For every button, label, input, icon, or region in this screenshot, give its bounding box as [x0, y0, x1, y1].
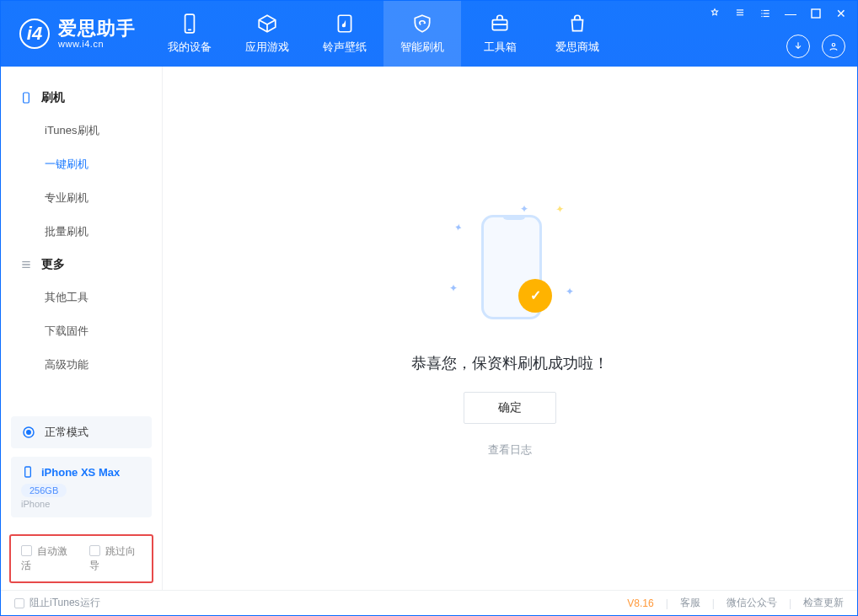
group-title: 刷机 — [41, 90, 65, 105]
checkbox-icon — [21, 545, 32, 556]
checkbox-icon — [14, 598, 24, 608]
sidebar: 刷机 iTunes刷机 一键刷机 专业刷机 批量刷机 更多 其他工具 下载固件 … — [1, 67, 163, 590]
user-icon[interactable] — [822, 35, 845, 58]
tab-apps-games[interactable]: 应用游戏 — [228, 1, 306, 67]
tab-label: 我的设备 — [168, 40, 212, 55]
menu-icon[interactable] — [731, 4, 749, 23]
checkbox-block-itunes[interactable]: 阻止iTunes运行 — [14, 596, 100, 610]
checkbox-skip-guide[interactable]: 跳过向导 — [89, 544, 142, 573]
sparkle-icon: ✦ — [520, 203, 528, 215]
theme-icon[interactable] — [705, 4, 724, 23]
svg-rect-10 — [764, 13, 770, 13]
view-log-link[interactable]: 查看日志 — [488, 442, 532, 458]
minimize-button[interactable]: — — [781, 4, 800, 23]
sidebar-item-download-firmware[interactable]: 下载固件 — [1, 314, 162, 348]
maximize-button[interactable] — [807, 4, 825, 23]
sidebar-item-pro-flash[interactable]: 专业刷机 — [1, 181, 162, 215]
checkbox-icon — [89, 545, 100, 556]
note-file-icon — [334, 13, 356, 35]
version-label: V8.16 — [627, 597, 653, 609]
tab-my-device[interactable]: 我的设备 — [151, 1, 228, 67]
sparkle-icon: ✦ — [449, 282, 458, 294]
app-title: 爱思助手 — [58, 19, 136, 39]
tab-toolbox[interactable]: 工具箱 — [461, 1, 539, 67]
svg-rect-7 — [761, 10, 762, 11]
list-icon[interactable] — [756, 4, 775, 23]
success-illustration: ✦ ✦ ✦ ✦ ✦ ✓ — [442, 200, 577, 335]
sidebar-item-advanced[interactable]: 高级功能 — [1, 348, 162, 382]
footer-link-update[interactable]: 检查更新 — [803, 596, 844, 610]
sidebar-item-other-tools[interactable]: 其他工具 — [1, 281, 162, 314]
tab-label: 智能刷机 — [400, 40, 444, 55]
tab-store[interactable]: 爱思商城 — [539, 1, 616, 67]
bag-icon — [566, 13, 588, 35]
phone-outline-icon — [19, 91, 33, 104]
mode-label: 正常模式 — [45, 425, 88, 440]
svg-rect-8 — [764, 10, 770, 11]
tab-label: 应用游戏 — [245, 40, 289, 55]
sidebar-item-oneclick-flash[interactable]: 一键刷机 — [1, 147, 162, 181]
svg-rect-15 — [24, 93, 29, 103]
footer-link-wechat[interactable]: 微信公众号 — [727, 596, 777, 610]
svg-rect-1 — [188, 29, 191, 31]
tab-smart-flash[interactable]: 智能刷机 — [383, 1, 461, 67]
tab-label: 铃声壁纸 — [323, 40, 367, 55]
refresh-shield-icon — [411, 13, 433, 35]
app-logo: i4 爱思助手 www.i4.cn — [1, 19, 151, 49]
mode-icon — [21, 425, 36, 440]
app-subtitle: www.i4.cn — [58, 39, 136, 49]
checkbox-auto-activate[interactable]: 自动激活 — [21, 544, 74, 573]
svg-rect-9 — [761, 13, 762, 13]
header-right-icons — [786, 35, 845, 58]
device-phone-icon — [21, 465, 35, 479]
toolbox-icon — [489, 13, 511, 35]
device-card[interactable]: iPhone XS Max 256GB iPhone — [11, 457, 152, 517]
svg-rect-4 — [737, 9, 743, 10]
svg-rect-11 — [761, 16, 762, 17]
footer-link-support[interactable]: 客服 — [680, 596, 700, 610]
tab-ringtone-wallpaper[interactable]: 铃声壁纸 — [306, 1, 383, 67]
tab-label: 工具箱 — [484, 40, 517, 55]
device-storage-badge: 256GB — [21, 484, 67, 497]
svg-rect-13 — [812, 9, 820, 18]
mode-card[interactable]: 正常模式 — [11, 416, 152, 448]
sidebar-group-flash: 刷机 — [1, 82, 162, 114]
sparkle-icon: ✦ — [555, 202, 565, 215]
main-area: 刷机 iTunes刷机 一键刷机 专业刷机 批量刷机 更多 其他工具 下载固件 … — [1, 67, 857, 590]
logo-mark-icon: i4 — [19, 19, 50, 49]
svg-point-17 — [27, 431, 31, 435]
download-icon[interactable] — [786, 35, 810, 58]
svg-point-14 — [832, 44, 835, 47]
content-panel: ✦ ✦ ✦ ✦ ✦ ✓ 恭喜您，保资料刷机成功啦！ 确定 查看日志 — [163, 67, 857, 590]
main-tabs: 我的设备 应用游戏 铃声壁纸 智能刷机 工具箱 爱思商城 — [151, 1, 616, 67]
hamburger-icon — [19, 258, 33, 271]
flash-options-highlight: 自动激活 跳过向导 — [9, 534, 153, 583]
svg-rect-18 — [25, 467, 31, 477]
sidebar-item-itunes-flash[interactable]: iTunes刷机 — [1, 114, 162, 147]
device-name: iPhone XS Max — [41, 466, 120, 479]
close-button[interactable]: ✕ — [832, 4, 850, 23]
ok-button[interactable]: 确定 — [464, 392, 556, 424]
group-title: 更多 — [41, 257, 65, 272]
status-bar: 阻止iTunes运行 V8.16 | 客服 | 微信公众号 | 检查更新 — [1, 590, 857, 615]
phone-icon — [179, 13, 201, 35]
checkbox-label: 阻止iTunes运行 — [29, 596, 100, 610]
success-message: 恭喜您，保资料刷机成功啦！ — [411, 353, 609, 373]
sparkle-icon: ✦ — [453, 221, 464, 234]
check-badge-icon: ✓ — [518, 279, 552, 313]
svg-rect-6 — [737, 14, 743, 15]
svg-rect-5 — [737, 12, 743, 13]
title-bar: i4 爱思助手 www.i4.cn 我的设备 应用游戏 铃声壁纸 智能刷机 工具… — [1, 1, 857, 67]
sidebar-bottom: 正常模式 iPhone XS Max 256GB iPhone — [1, 408, 162, 526]
svg-rect-12 — [764, 16, 770, 17]
sidebar-item-batch-flash[interactable]: 批量刷机 — [1, 215, 162, 249]
sparkle-icon: ✦ — [566, 286, 574, 297]
cube-icon — [256, 13, 278, 35]
device-type: iPhone — [21, 499, 142, 509]
sidebar-group-more: 更多 — [1, 249, 162, 281]
tab-label: 爱思商城 — [555, 40, 599, 55]
window-controls: — ✕ — [705, 4, 850, 23]
